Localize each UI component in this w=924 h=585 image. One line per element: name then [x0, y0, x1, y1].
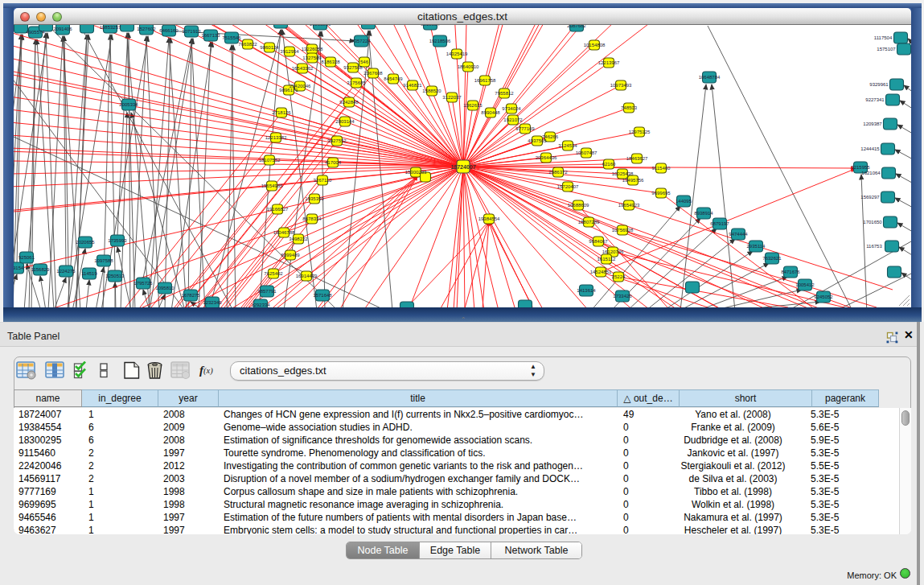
svg-text:9242848: 9242848 — [339, 100, 359, 105]
svg-text:2091406: 2091406 — [53, 27, 72, 31]
svg-text:1735993: 1735993 — [108, 238, 127, 243]
svg-text:8678334: 8678334 — [302, 216, 322, 221]
svg-text:3912954: 3912954 — [280, 49, 299, 54]
svg-text:10648784: 10648784 — [699, 75, 721, 80]
svg-text:9227341: 9227341 — [865, 97, 885, 102]
svg-text:8471676: 8471676 — [781, 270, 800, 274]
svg-text:19654985: 19654985 — [261, 183, 283, 188]
svg-text:19654923: 19654923 — [618, 203, 640, 208]
svg-text:1244415: 1244415 — [860, 146, 880, 151]
svg-text:18724007: 18724007 — [450, 164, 475, 170]
svg-text:417004: 417004 — [325, 160, 342, 165]
svg-text:7955812: 7955812 — [495, 91, 514, 96]
svg-text:1413614: 1413614 — [577, 288, 596, 293]
svg-text:9474444: 9474444 — [729, 232, 748, 237]
svg-text:10025438: 10025438 — [612, 171, 634, 176]
svg-text:1701650: 1701650 — [863, 220, 882, 225]
svg-text:13495756: 13495756 — [622, 178, 644, 183]
svg-text:18107552: 18107552 — [259, 158, 281, 163]
svg-text:7663822: 7663822 — [238, 42, 257, 47]
svg-text:1733426: 1733426 — [613, 294, 632, 299]
svg-text:9115460: 9115460 — [652, 166, 671, 171]
svg-text:9329961: 9329961 — [869, 82, 889, 87]
svg-text:16543362: 16543362 — [292, 66, 314, 71]
svg-text:546: 546 — [360, 60, 369, 64]
svg-text:10756928: 10756928 — [612, 228, 634, 233]
svg-text:13226058: 13226058 — [302, 47, 323, 51]
svg-text:2718126: 2718126 — [272, 110, 291, 115]
svg-text:16914479: 16914479 — [296, 274, 318, 278]
svg-text:25224: 25224 — [612, 274, 626, 279]
svg-text:8454749: 8454749 — [384, 76, 403, 81]
svg-text:1362615: 1362615 — [463, 103, 483, 108]
svg-text:12213382: 12213382 — [265, 135, 287, 140]
svg-text:1292334: 1292334 — [251, 303, 270, 307]
svg-text:16033809: 16033809 — [310, 25, 331, 27]
svg-text:3498222: 3498222 — [289, 237, 308, 241]
svg-text:62160: 62160 — [602, 162, 616, 167]
svg-text:9896171: 9896171 — [279, 88, 298, 93]
svg-text:1232346: 1232346 — [203, 300, 222, 305]
svg-text:9860124: 9860124 — [260, 45, 279, 50]
svg-text:1209387: 1209387 — [863, 122, 882, 126]
svg-text:1795725: 1795725 — [133, 281, 153, 286]
svg-text:1615112: 1615112 — [598, 257, 617, 262]
svg-text:7625402: 7625402 — [264, 271, 283, 276]
svg-text:9427552: 9427552 — [327, 138, 347, 143]
svg-text:2367608: 2367608 — [363, 71, 383, 76]
svg-text:925061: 925061 — [18, 255, 35, 260]
svg-text:10607487: 10607487 — [576, 150, 598, 155]
svg-text:9699695: 9699695 — [651, 191, 671, 196]
svg-text:1097588: 1097588 — [94, 258, 113, 263]
svg-text:1667133: 1667133 — [201, 33, 220, 38]
svg-text:3175685: 3175685 — [347, 80, 366, 85]
svg-text:1678275: 1678275 — [181, 293, 200, 298]
svg-text:19384554: 19384554 — [478, 216, 500, 221]
svg-text:746266: 746266 — [542, 134, 559, 139]
svg-text:8813054: 8813054 — [421, 25, 440, 27]
svg-text:2087682: 2087682 — [567, 25, 586, 28]
svg-text:9146821: 9146821 — [403, 83, 422, 88]
svg-text:19166827: 19166827 — [267, 207, 289, 212]
svg-text:19218506: 19218506 — [429, 39, 451, 43]
svg-text:14325419: 14325419 — [446, 51, 468, 56]
svg-text:2986372: 2986372 — [548, 170, 568, 175]
svg-text:7357224: 7357224 — [351, 39, 371, 43]
svg-text:6099489: 6099489 — [281, 253, 300, 257]
svg-text:1575107: 1575107 — [877, 47, 896, 51]
svg-text:16046788: 16046788 — [273, 230, 295, 235]
svg-text:8938914: 8938914 — [694, 211, 713, 216]
svg-text:1327509: 1327509 — [302, 56, 322, 60]
svg-text:(x): (x) — [203, 366, 213, 376]
svg-text:8990448: 8990448 — [481, 110, 500, 115]
svg-text:9777169: 9777169 — [515, 126, 535, 131]
svg-text:1005412: 1005412 — [795, 282, 815, 287]
svg-text:9327508: 9327508 — [343, 65, 363, 70]
svg-text:9734024: 9734024 — [502, 106, 521, 111]
svg-text:114519: 114519 — [81, 271, 97, 276]
svg-text:1588520: 1588520 — [422, 89, 441, 93]
svg-text:6466160: 6466160 — [159, 28, 179, 33]
svg-text:2935114: 2935114 — [747, 244, 766, 249]
svg-text:18463627: 18463627 — [626, 156, 648, 161]
svg-text:1071913: 1071913 — [182, 29, 201, 34]
svg-text:1250513: 1250513 — [105, 274, 125, 278]
svg-text:3122037: 3122037 — [442, 95, 462, 100]
svg-text:16120746: 16120746 — [602, 249, 624, 254]
svg-text:1569297: 1569297 — [860, 195, 880, 200]
svg-text:2020655: 2020655 — [76, 240, 95, 245]
svg-text:2005334: 2005334 — [119, 102, 138, 107]
svg-text:3124534: 3124534 — [558, 143, 577, 148]
svg-text:9857791: 9857791 — [257, 289, 277, 294]
svg-text:3267110: 3267110 — [314, 178, 333, 183]
svg-text:2803144: 2803144 — [335, 119, 355, 124]
svg-text:1224275: 1224275 — [56, 269, 76, 274]
svg-text:10853257: 10853257 — [100, 25, 121, 30]
svg-text:1117504: 1117504 — [874, 35, 893, 40]
svg-text:12213967: 12213967 — [598, 60, 620, 65]
svg-text:9684067: 9684067 — [589, 239, 608, 244]
svg-text:116753: 116753 — [866, 244, 882, 249]
svg-text:4905574: 4905574 — [26, 30, 45, 35]
svg-text:15720407: 15720407 — [557, 184, 579, 189]
svg-text:1621064: 1621064 — [861, 171, 881, 175]
